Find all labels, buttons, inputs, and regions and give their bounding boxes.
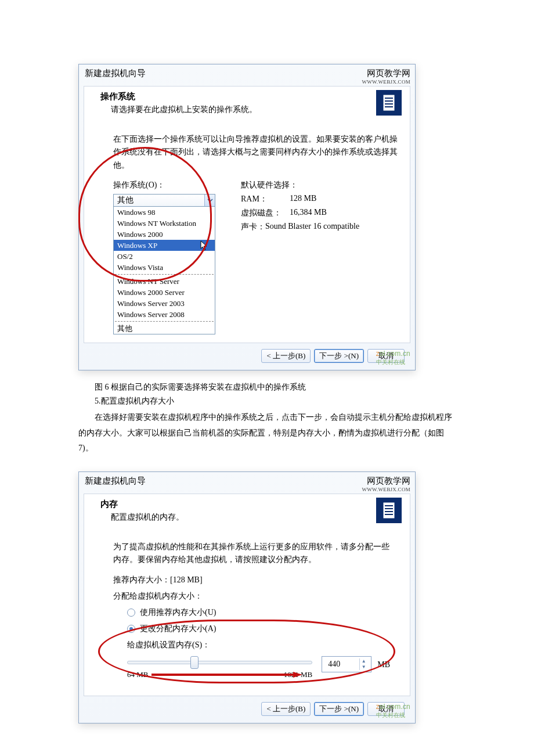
memory-spinner[interactable]: ▲ ▼	[359, 658, 367, 670]
allocate-memory-label: 分配给虚拟机内存大小：	[113, 591, 395, 602]
wizard-content: 为了提高虚拟机的性能和在其操作系统上运行更多的应用软件，请多分配一些内存。要保留…	[84, 529, 410, 696]
os-option[interactable]: Windows Vista	[114, 262, 215, 273]
watermark-webjx: 网页教学网 WWW.WEBJX.COM	[362, 68, 410, 85]
radio-icon	[127, 625, 135, 633]
memory-value: 440	[328, 660, 340, 669]
header-subtitle: 请选择要在此虚拟机上安装的操作系统。	[100, 105, 257, 115]
prev-button[interactable]: < 上一步(B)	[261, 702, 311, 716]
slider-min: 64 MB	[127, 670, 148, 679]
prev-button[interactable]: < 上一步(B)	[261, 349, 311, 363]
radio-change-size[interactable]: 更改分配内存大小(A)	[113, 624, 395, 634]
article-paragraph: 在选择好需要安装在虚拟机程序中的操作系统之后，点击下一步，会自动提示主机分配给虚…	[78, 410, 456, 456]
figure-caption: 图 6 根据自己的实际需要选择将安装在虚拟机中的操作系统	[78, 382, 456, 393]
hw-sound-key: 声卡：	[241, 222, 265, 232]
wizard-content: 在下面选择一个操作系统可以让向导推荐虚拟机的设置。如果要安装的客户机操作系统没有…	[84, 121, 410, 343]
spin-up-icon: ▲	[359, 658, 367, 664]
svg-rect-5	[383, 502, 395, 519]
os-option[interactable]: Windows 2000	[114, 229, 215, 240]
os-dropdown-list: Windows 98 Windows NT Workstation Window…	[113, 206, 215, 334]
header-title: 操作系统	[100, 91, 257, 102]
hw-disk-value: 16,384 MB	[290, 208, 327, 218]
os-dropdown-value: 其他	[117, 196, 134, 204]
memory-slider[interactable]: 64 MB 1021 MB	[113, 656, 316, 674]
cancel-button[interactable]: 取消	[367, 702, 405, 716]
os-option[interactable]: Windows Server 2008	[114, 309, 215, 320]
cancel-button[interactable]: 取消	[367, 349, 405, 363]
hw-label: 默认硬件选择：	[241, 180, 359, 190]
os-option[interactable]: Windows NT Server	[114, 276, 215, 287]
watermark-webjx: 网页教学网 WWW.WEBJX.COM	[362, 476, 410, 492]
wizard-memory-dialog: 新建虚拟机向导 网页教学网 WWW.WEBJX.COM 内存 配置虚拟机的内存。…	[78, 471, 416, 723]
os-option[interactable]: 其他	[114, 323, 215, 334]
recommended-memory-label: 推荐内存大小：[128 MB]	[113, 575, 395, 585]
wizard-os-dialog: 新建虚拟机向导 网页教学网 WWW.WEBJX.COM 操作系统 请选择要在此虚…	[78, 64, 416, 370]
next-button[interactable]: 下一步 >(N)	[314, 702, 364, 716]
cursor-icon	[200, 240, 208, 251]
dialog-title: 新建虚拟机向导	[85, 476, 146, 487]
dropdown-separator	[115, 321, 214, 322]
spin-down-icon: ▼	[359, 664, 367, 670]
article-text: 图 6 根据自己的实际需要选择将安装在虚拟机中的操作系统 5.配置虚拟机内存大小…	[78, 382, 456, 456]
os-option[interactable]: Windows NT Workstation	[114, 218, 215, 229]
slider-max: 1021 MB	[284, 670, 312, 679]
next-button[interactable]: 下一步 >(N)	[314, 349, 364, 363]
svg-rect-0	[383, 95, 395, 111]
memory-unit: MB	[377, 660, 390, 669]
memory-value-input[interactable]: 440 ▲ ▼	[322, 656, 371, 672]
os-dropdown[interactable]: 其他	[113, 194, 215, 207]
set-memory-label: 给虚拟机设置内存(S)：	[113, 640, 395, 650]
radio-label: 使用推荐内存大小(U)	[140, 607, 216, 618]
radio-icon	[127, 609, 135, 617]
header-subtitle: 配置虚拟机的内存。	[100, 512, 184, 523]
radio-label: 更改分配内存大小(A)	[140, 624, 216, 634]
wizard-header: 内存 配置虚拟机的内存。	[84, 494, 410, 529]
radio-use-recommended[interactable]: 使用推荐内存大小(U)	[113, 607, 395, 618]
server-icon	[376, 90, 402, 116]
os-option[interactable]: Windows 2000 Server	[114, 287, 215, 298]
step-heading: 5.配置虚拟机内存大小	[78, 396, 456, 406]
hw-sound-value: Sound Blaster 16 compatible	[265, 222, 359, 232]
os-option[interactable]: Windows XP	[114, 240, 215, 251]
dropdown-separator	[115, 274, 214, 275]
hw-ram-key: RAM：	[241, 194, 290, 204]
os-option[interactable]: Windows 98	[114, 207, 215, 218]
hw-ram-value: 128 MB	[290, 194, 316, 204]
os-description: 在下面选择一个操作系统可以让向导推荐虚拟机的设置。如果要安装的客户机操作系统没有…	[113, 133, 404, 172]
chevron-down-icon	[204, 195, 215, 206]
header-title: 内存	[100, 499, 184, 510]
hw-disk-key: 虚拟磁盘：	[241, 208, 290, 218]
server-icon	[376, 498, 402, 523]
os-option[interactable]: Windows Server 2003	[114, 298, 215, 309]
os-label: 操作系统(O)：	[113, 180, 229, 190]
dialog-title: 新建虚拟机向导	[85, 68, 146, 79]
memory-description: 为了提高虚拟机的性能和在其操作系统上运行更多的应用软件，请多分配一些内存。要保留…	[113, 541, 395, 567]
wizard-header: 操作系统 请选择要在此虚拟机上安装的操作系统。	[84, 86, 410, 121]
os-option[interactable]: OS/2	[114, 251, 215, 262]
